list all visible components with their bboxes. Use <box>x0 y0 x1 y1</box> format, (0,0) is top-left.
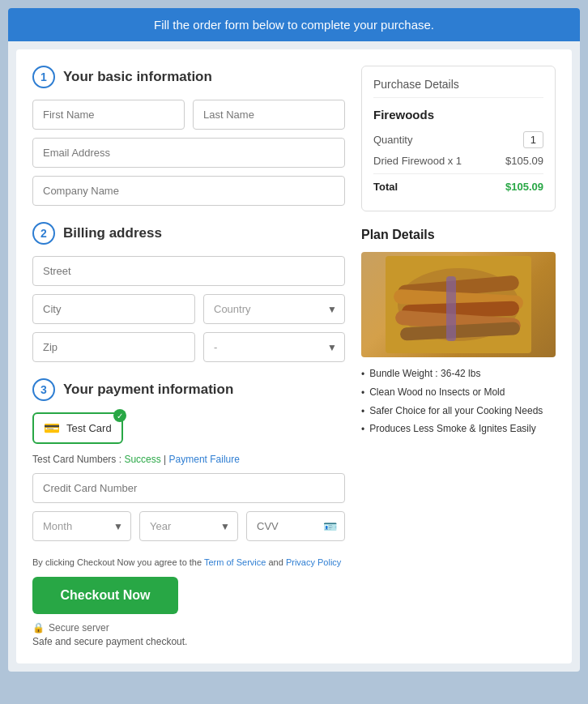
test-card-text: Test Card Numbers : Success | Payment Fa… <box>32 454 345 465</box>
billing-section: 2 Billing address Country ▼ <box>32 222 345 362</box>
quantity-label: Quantity <box>373 134 412 146</box>
success-link[interactable]: Success <box>124 454 160 465</box>
state-wrapper: - ▼ <box>203 332 345 362</box>
left-panel: 1 Your basic information <box>32 66 361 647</box>
year-select[interactable]: Year <box>139 511 238 541</box>
checkout-button[interactable]: Checkout Now <box>32 577 178 614</box>
plan-bullets: •Bundle Weight : 36-42 lbs•Clean Wood no… <box>361 367 556 437</box>
street-input[interactable] <box>32 256 345 286</box>
lock-icon: 🔒 <box>32 622 45 634</box>
email-input[interactable] <box>32 138 345 168</box>
firewood-image <box>361 252 556 357</box>
first-name-input[interactable] <box>32 100 185 130</box>
street-row <box>32 256 345 286</box>
payment-section: 3 Your payment information 💳 Test Card ✓… <box>32 378 345 541</box>
bullet-dot: • <box>361 405 364 419</box>
plan-bullet-item: •Bundle Weight : 36-42 lbs <box>361 367 556 382</box>
total-label: Total <box>373 181 398 193</box>
month-year-cvv-row: Month ▼ Year ▼ 🪪 <box>32 511 345 541</box>
item-label: Dried Firewood x 1 <box>373 155 462 167</box>
quantity-value: 1 <box>523 131 543 148</box>
bullet-dot: • <box>361 423 364 437</box>
cvv-wrapper: 🪪 <box>246 511 345 541</box>
country-wrapper: Country ▼ <box>203 294 345 324</box>
billing-title: 2 Billing address <box>32 222 345 245</box>
name-row <box>32 100 345 130</box>
card-check-icon: ✓ <box>113 409 126 422</box>
page-wrapper: Fill the order form below to complete yo… <box>8 8 580 672</box>
email-row <box>32 138 345 168</box>
step-1-circle: 1 <box>32 66 55 88</box>
purchase-details-box: Purchase Details Firewoods Quantity 1 Dr… <box>361 66 556 211</box>
product-name: Firewoods <box>373 108 543 122</box>
secure-text: 🔒 Secure server <box>32 622 345 634</box>
banner-text: Fill the order form below to complete yo… <box>154 18 434 32</box>
plan-bullet-item: •Produces Less Smoke & Ignites Easily <box>361 422 556 437</box>
total-price: $105.09 <box>505 181 543 193</box>
main-content: 1 Your basic information <box>16 49 572 663</box>
step-2-circle: 2 <box>32 222 55 245</box>
tos-link[interactable]: Term of Service <box>204 557 266 567</box>
state-select[interactable]: - <box>203 332 345 362</box>
total-row: Total $105.09 <box>373 173 543 193</box>
step-3-circle: 3 <box>32 378 55 401</box>
basic-info-title: 1 Your basic information <box>32 66 345 88</box>
last-name-input[interactable] <box>193 100 345 130</box>
bullet-dot: • <box>361 368 364 382</box>
city-country-row: Country ▼ <box>32 294 345 324</box>
cc-number-row <box>32 473 345 503</box>
zip-state-row: - ▼ <box>32 332 345 362</box>
svg-rect-7 <box>446 276 456 341</box>
plan-details-title: Plan Details <box>361 228 556 242</box>
privacy-link[interactable]: Privacy Policy <box>286 557 341 567</box>
credit-card-icon: 💳 <box>44 420 60 436</box>
secure-subtext: Safe and secure payment checkout. <box>32 636 345 647</box>
failure-link[interactable]: Payment Failure <box>169 454 240 465</box>
month-select[interactable]: Month <box>32 511 131 541</box>
checkout-terms: By clicking Checkout Now you agree to th… <box>32 557 345 567</box>
plan-bullet-item: •Safer Choice for all your Cooking Needs <box>361 404 556 419</box>
card-label: Test Card <box>66 422 112 434</box>
plan-details-box: Plan Details <box>361 228 556 437</box>
basic-info-section: 1 Your basic information <box>32 66 345 206</box>
country-select[interactable]: Country <box>203 294 345 324</box>
company-row <box>32 176 345 206</box>
card-option[interactable]: 💳 Test Card ✓ <box>32 412 123 444</box>
cvv-card-icon: 🪪 <box>323 520 337 533</box>
item-price: $105.09 <box>505 155 543 167</box>
cc-number-input[interactable] <box>32 473 345 503</box>
quantity-row: Quantity 1 <box>373 131 543 148</box>
payment-title: 3 Your payment information <box>32 378 345 401</box>
year-wrapper: Year ▼ <box>139 511 238 541</box>
item-row: Dried Firewood x 1 $105.09 <box>373 155 543 167</box>
plan-bullet-item: •Clean Wood no Insects or Mold <box>361 386 556 400</box>
purchase-details-title: Purchase Details <box>373 78 543 98</box>
checkout-section: By clicking Checkout Now you agree to th… <box>32 557 345 647</box>
right-panel: Purchase Details Firewoods Quantity 1 Dr… <box>361 66 556 647</box>
company-input[interactable] <box>32 176 345 206</box>
city-input[interactable] <box>32 294 195 324</box>
bullet-dot: • <box>361 386 364 400</box>
zip-input[interactable] <box>32 332 195 362</box>
top-banner: Fill the order form below to complete yo… <box>8 8 580 41</box>
firewood-svg <box>386 256 531 353</box>
month-wrapper: Month ▼ <box>32 511 131 541</box>
